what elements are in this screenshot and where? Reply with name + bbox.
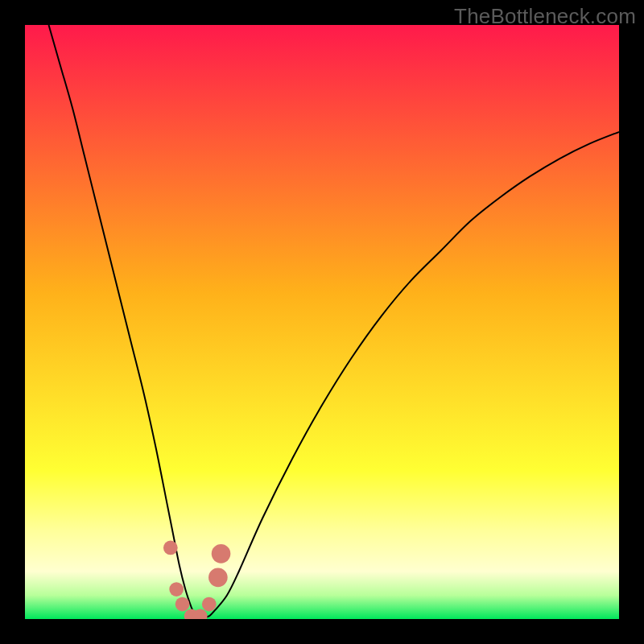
gradient-background bbox=[25, 25, 619, 619]
curve-marker bbox=[169, 582, 184, 597]
plot-area bbox=[25, 25, 619, 619]
chart-canvas bbox=[25, 25, 619, 619]
curve-marker bbox=[202, 597, 217, 612]
chart-frame: TheBottleneck.com bbox=[0, 0, 644, 644]
curve-marker bbox=[208, 568, 228, 588]
curve-marker bbox=[163, 541, 178, 555]
curve-marker bbox=[212, 544, 231, 564]
watermark-text: TheBottleneck.com bbox=[454, 4, 636, 29]
curve-marker bbox=[175, 597, 190, 612]
